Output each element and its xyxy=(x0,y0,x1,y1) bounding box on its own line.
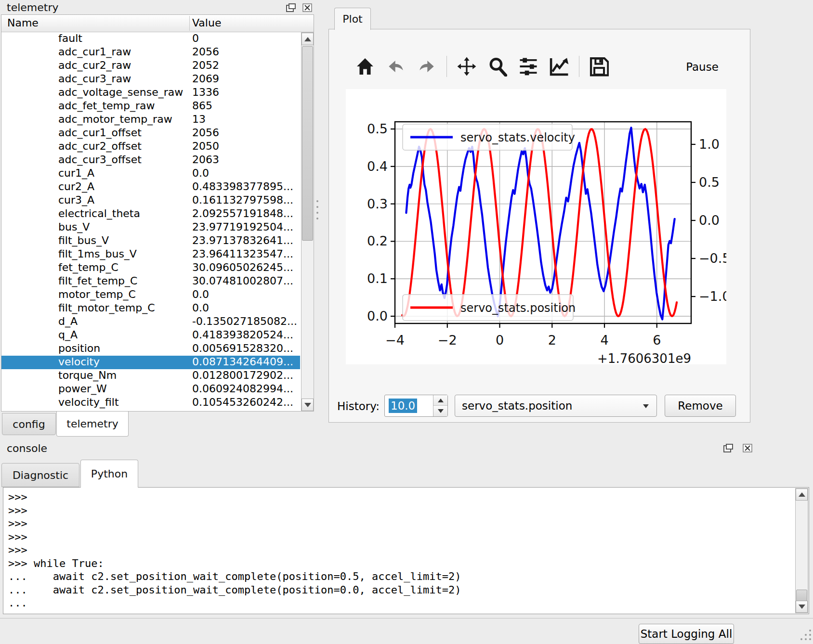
svg-text:4: 4 xyxy=(600,333,608,348)
signal-selector-dropdown[interactable]: servo_stats.position xyxy=(455,395,657,417)
start-logging-button[interactable]: Start Logging All xyxy=(639,624,734,644)
row-value: 0.0 xyxy=(192,302,209,314)
console-scroll-up[interactable] xyxy=(796,489,808,501)
tree-row-adc_cur1_raw[interactable]: adc_cur1_raw2056 xyxy=(1,46,300,59)
vertical-splitter[interactable] xyxy=(315,199,320,221)
tree-row-bus_V[interactable]: bus_V23.97719192504... xyxy=(1,221,300,234)
console-scroll-down[interactable] xyxy=(796,601,808,613)
scroll-up-button[interactable] xyxy=(302,33,314,45)
row-name: torque_Nm xyxy=(58,369,117,381)
row-name: power_W xyxy=(58,383,107,395)
tree-row-cur2_A[interactable]: cur2_A0.483398377895... xyxy=(1,180,300,194)
tree-row-fault[interactable]: fault0 xyxy=(1,32,300,46)
svg-text:0: 0 xyxy=(496,333,504,348)
float-icon[interactable] xyxy=(285,2,297,13)
tree-row-position[interactable]: position0.005691528320... xyxy=(1,342,300,356)
spin-up-icon xyxy=(438,399,444,402)
remove-button[interactable]: Remove xyxy=(665,395,736,417)
tree-row-adc_voltage_sense_raw[interactable]: adc_voltage_sense_raw1336 xyxy=(1,86,300,100)
svg-text:0.4: 0.4 xyxy=(367,159,388,174)
pan-icon[interactable] xyxy=(456,54,478,79)
resize-grip[interactable] xyxy=(800,629,813,642)
home-icon[interactable] xyxy=(354,54,376,79)
tree-row-motor_temp_C[interactable]: motor_temp_C0.0 xyxy=(1,288,300,302)
console-dock-title: console xyxy=(7,442,47,454)
tree-row-power_W[interactable]: power_W0.060924082994... xyxy=(1,383,300,396)
row-value: 2.092557191848... xyxy=(192,207,293,219)
tree-row-adc_cur2_raw[interactable]: adc_cur2_raw2052 xyxy=(1,59,300,73)
console-float-icon[interactable] xyxy=(722,443,734,453)
tree-scrollbar[interactable] xyxy=(301,32,314,412)
row-value: 2056 xyxy=(192,127,219,139)
column-header-name[interactable]: Name xyxy=(7,17,39,29)
tree-row-filt_motor_temp_C[interactable]: filt_motor_temp_C0.0 xyxy=(1,302,300,315)
tree-row-velocity[interactable]: velocity0.087134264409... xyxy=(1,356,300,369)
row-value: 30.07481002807... xyxy=(192,275,293,287)
subplots-icon[interactable] xyxy=(517,54,539,79)
console-line: >>> xyxy=(8,517,793,530)
scroll-thumb[interactable] xyxy=(302,46,313,241)
forward-icon[interactable] xyxy=(416,54,438,79)
tree-header[interactable]: Name Value xyxy=(1,15,314,32)
console-output[interactable]: >>>>>>>>>>>>>>>>>> while True:... await … xyxy=(8,490,793,614)
telemetry-tree[interactable]: Name Value fault0adc_cur1_raw2056adc_cur… xyxy=(1,14,314,412)
svg-text:0.1: 0.1 xyxy=(367,271,388,286)
spin-up-button[interactable] xyxy=(433,395,447,406)
zoom-icon[interactable] xyxy=(486,54,509,79)
row-name: filt_fet_temp_C xyxy=(58,275,137,287)
row-name: cur3_A xyxy=(58,194,94,206)
row-name: cur2_A xyxy=(58,180,94,193)
pause-button[interactable]: Pause xyxy=(683,59,721,75)
history-value[interactable]: 10.0 xyxy=(389,399,417,413)
save-icon[interactable] xyxy=(588,54,610,79)
plot-figure[interactable]: −4−202460.00.10.20.30.40.5−1.0−0.50.00.5… xyxy=(346,89,726,364)
console-close-icon[interactable] xyxy=(742,443,753,453)
tree-row-q_A[interactable]: q_A0.418393820524... xyxy=(1,329,300,342)
back-icon[interactable] xyxy=(385,54,407,79)
tree-row-adc_cur1_offset[interactable]: adc_cur1_offset2056 xyxy=(1,127,300,140)
telemetry-dock-title: telemetry xyxy=(7,1,58,13)
tree-body: fault0adc_cur1_raw2056adc_cur2_raw2052ad… xyxy=(1,32,300,411)
row-name: filt_bus_V xyxy=(58,234,109,246)
row-value: 0.483398377895... xyxy=(192,180,293,193)
tree-row-adc_cur3_raw[interactable]: adc_cur3_raw2069 xyxy=(1,73,300,86)
tree-row-fet_temp_C[interactable]: fet_temp_C30.09605026245... xyxy=(1,261,300,275)
tree-row-cur1_A[interactable]: cur1_A0.0 xyxy=(1,167,300,180)
console-scrollbar[interactable] xyxy=(795,488,808,613)
row-value: 30.09605026245... xyxy=(192,261,293,273)
column-divider[interactable] xyxy=(189,16,190,31)
row-value: 0.0 xyxy=(192,167,209,179)
axes-icon[interactable] xyxy=(548,54,570,79)
tree-row-velocity_filt[interactable]: velocity_filt0.105453260242... xyxy=(1,396,300,410)
history-label: History: xyxy=(337,400,380,412)
row-name: adc_voltage_sense_raw xyxy=(58,86,183,98)
tab-config[interactable]: config xyxy=(2,413,56,435)
console-scroll-thumb[interactable] xyxy=(796,590,807,601)
tree-row-adc_cur2_offset[interactable]: adc_cur2_offset2050 xyxy=(1,140,300,154)
tree-row-adc_cur3_offset[interactable]: adc_cur3_offset2063 xyxy=(1,154,300,167)
tree-row-electrical_theta[interactable]: electrical_theta2.092557191848... xyxy=(1,207,300,221)
row-name: adc_cur2_raw xyxy=(58,59,131,71)
close-icon[interactable] xyxy=(302,2,313,13)
tree-row-adc_motor_temp_raw[interactable]: adc_motor_temp_raw13 xyxy=(1,113,300,127)
tree-row-torque_Nm[interactable]: torque_Nm0.012800172902... xyxy=(1,369,300,383)
spin-down-button[interactable] xyxy=(433,406,447,416)
history-value-field[interactable]: 10.0 xyxy=(386,396,432,415)
python-console[interactable]: >>>>>>>>>>>>>>>>>> while True:... await … xyxy=(3,487,809,614)
tree-row-cur3_A[interactable]: cur3_A0.161132797598... xyxy=(1,194,300,207)
row-name: adc_cur3_raw xyxy=(58,73,131,85)
tab-python[interactable]: Python xyxy=(80,460,138,488)
tab-telemetry[interactable]: telemetry xyxy=(56,412,129,437)
tree-row-filt_fet_temp_C[interactable]: filt_fet_temp_C30.07481002807... xyxy=(1,275,300,288)
tree-row-filt_bus_V[interactable]: filt_bus_V23.97137832641... xyxy=(1,234,300,248)
tree-row-adc_fet_temp_raw[interactable]: adc_fet_temp_raw865 xyxy=(1,100,300,113)
svg-text:6: 6 xyxy=(653,333,661,348)
column-header-value[interactable]: Value xyxy=(192,17,221,29)
history-spinbox[interactable]: 10.0 xyxy=(384,395,448,417)
scroll-down-button[interactable] xyxy=(302,399,314,411)
tree-row-filt_1ms_bus_V[interactable]: filt_1ms_bus_V23.96411323547... xyxy=(1,248,300,261)
tab-diagnostic[interactable]: Diagnostic xyxy=(1,463,79,487)
tree-row-d_A[interactable]: d_A-0.135027185082... xyxy=(1,315,300,329)
tab-plot[interactable]: Plot xyxy=(334,8,371,30)
svg-text:0.0: 0.0 xyxy=(367,309,388,323)
